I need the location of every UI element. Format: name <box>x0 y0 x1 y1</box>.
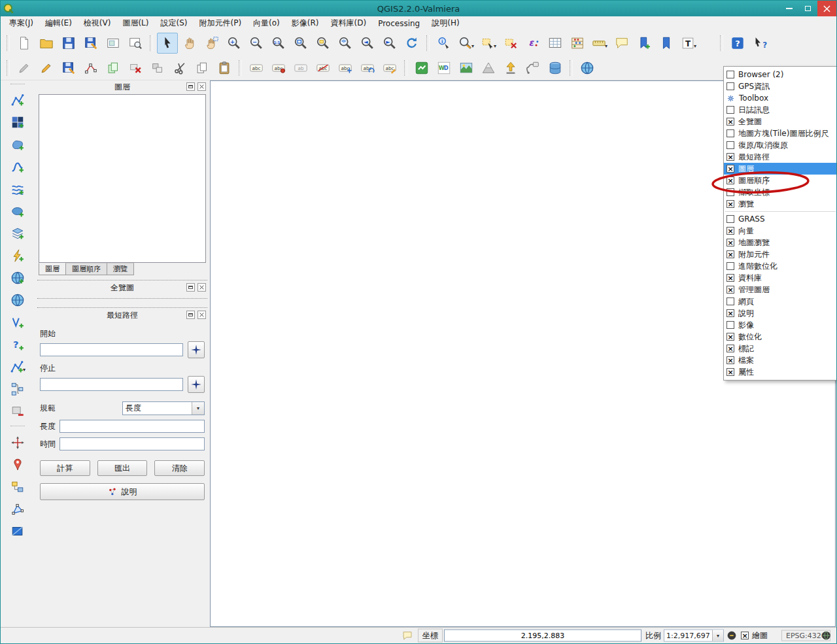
layers-panel-close-button[interactable] <box>197 82 206 91</box>
add-gps-layer-button[interactable]: ? <box>7 334 28 355</box>
refresh-map-button[interactable] <box>401 33 422 54</box>
menu-view[interactable]: 檢視(V) <box>78 16 117 30</box>
label-properties-button[interactable]: abc <box>379 58 400 78</box>
copy-style-button[interactable] <box>103 58 124 78</box>
select-by-expression-button[interactable]: ε <box>522 33 543 54</box>
zoom-to-selection-button[interactable] <box>313 33 333 54</box>
panel-menu-item-layer-order[interactable]: ×圖層順序 <box>724 175 837 186</box>
toolbar-handle[interactable] <box>10 84 25 86</box>
composer-manager-button[interactable] <box>125 33 146 54</box>
new-project-button[interactable] <box>14 33 35 54</box>
tab-layer-order[interactable]: 圖層順序 <box>65 263 107 275</box>
panel-menu-item-plugins-toolbar[interactable]: ×附加元件 <box>724 248 837 260</box>
add-web-layer-button[interactable] <box>7 290 28 311</box>
panel-menu-item-vector-toolbar[interactable]: ×向量 <box>724 225 837 237</box>
osm-plugin-button[interactable] <box>411 58 432 78</box>
zoom-last-button[interactable]: ◄ <box>357 33 378 54</box>
dock-splitter[interactable] <box>37 307 207 308</box>
maximize-button[interactable] <box>798 1 817 16</box>
gps-tools-button[interactable] <box>522 58 543 78</box>
save-project-button[interactable] <box>58 33 79 54</box>
panel-menu-item-toolbox[interactable]: Toolbox <box>724 92 837 104</box>
close-button[interactable] <box>817 1 836 16</box>
panel-menu-item-coordinate-capture[interactable]: 擷取坐標 <box>724 186 837 198</box>
terrain-plugin-button[interactable] <box>478 58 499 78</box>
menu-database[interactable]: 資料庫(D) <box>325 16 373 30</box>
panel-menu-item-database-toolbar[interactable]: ×資料庫 <box>724 272 837 284</box>
add-delimited-text-layer-button[interactable] <box>7 312 28 333</box>
panel-menu-item-tile-scale[interactable]: 地圖方塊(Tile)圖層比例尺 <box>724 127 837 139</box>
save-project-as-button[interactable] <box>80 33 101 54</box>
overview-panel-close-button[interactable] <box>197 283 206 292</box>
export-button[interactable]: 匯出 <box>97 460 148 476</box>
move-feature-button[interactable] <box>147 58 168 78</box>
render-checkbox[interactable]: × <box>741 632 749 639</box>
minimize-button[interactable] <box>779 1 798 16</box>
menu-layer[interactable]: 圖層(L) <box>116 16 154 30</box>
move-annotation-button[interactable] <box>7 432 28 453</box>
web-globe-button[interactable] <box>577 58 598 78</box>
add-oracle-layer-button[interactable] <box>7 201 28 222</box>
panel-menu-item-overview[interactable]: ×全覽圖 <box>724 116 837 127</box>
labeling-settings-button[interactable]: abc <box>268 58 289 78</box>
zoom-next-button[interactable]: ► <box>379 33 400 54</box>
criterion-select[interactable]: 長度 ▾ <box>122 401 205 415</box>
zoom-native-button[interactable]: 1:1 <box>268 33 289 54</box>
polygon-annotation-button[interactable] <box>7 499 28 520</box>
zoom-in-button[interactable]: + <box>224 33 245 54</box>
open-attribute-table-button[interactable] <box>545 33 566 54</box>
delete-selected-button[interactable] <box>125 58 146 78</box>
zoom-full-button[interactable] <box>290 33 311 54</box>
select-region-button[interactable] <box>7 521 28 542</box>
menu-plugins[interactable]: 附加元件(P) <box>193 16 247 30</box>
panel-menu-item-map-navigation-toolbar[interactable]: ×地圖瀏覽 <box>724 237 837 248</box>
deselect-features-button[interactable] <box>500 33 521 54</box>
current-edits-button[interactable] <box>14 58 35 78</box>
zoom-out-button[interactable]: − <box>246 33 267 54</box>
scale-combo[interactable]: 1:2,917,697 ▾ <box>664 630 724 642</box>
label-move-button[interactable]: abc <box>335 58 356 78</box>
text-annotation-button[interactable]: T▾ <box>678 33 699 54</box>
db-manager-button[interactable] <box>7 379 28 399</box>
shortest-path-float-button[interactable] <box>186 311 195 319</box>
save-layer-edits-button[interactable] <box>58 58 79 78</box>
measure-line-button[interactable]: ▾ <box>589 33 610 54</box>
calculate-button[interactable]: 計算 <box>40 460 90 476</box>
menu-edit[interactable]: 編輯(E) <box>39 16 78 30</box>
tab-layers[interactable]: 圖層 <box>39 263 66 275</box>
help-contents-button[interactable]: ? <box>727 33 748 54</box>
panel-menu-item-log-messages[interactable]: 日誌訊息 <box>724 104 837 116</box>
start-input[interactable] <box>40 343 183 356</box>
stop-rendering-icon[interactable] <box>726 630 737 641</box>
length-input[interactable] <box>60 420 205 433</box>
menu-processing[interactable]: Processing <box>372 18 426 29</box>
shortest-path-help-button[interactable]: 說明 <box>40 483 205 500</box>
menu-vector[interactable]: 向量(o) <box>247 16 286 30</box>
copy-features-button[interactable] <box>192 58 213 78</box>
layers-panel-float-button[interactable] <box>186 82 195 91</box>
new-bookmark-button[interactable] <box>634 33 655 54</box>
capture-start-button[interactable] <box>188 341 205 358</box>
menu-help[interactable]: 說明(H) <box>426 16 465 30</box>
whats-this-button[interactable]: ? <box>749 33 770 54</box>
capture-stop-button[interactable] <box>188 376 205 393</box>
pan-map-button[interactable] <box>179 33 200 54</box>
identify-features-button[interactable]: i <box>434 33 454 54</box>
add-wfs-layer-button[interactable] <box>7 267 28 288</box>
add-vector-layer-button[interactable] <box>7 90 28 110</box>
open-project-button[interactable] <box>36 33 57 54</box>
coordinate-input[interactable] <box>444 630 641 642</box>
toggle-editing-button[interactable] <box>36 58 57 78</box>
map-tips-button[interactable] <box>611 33 632 54</box>
select-features-button[interactable]: ▾ <box>478 33 499 54</box>
panel-menu-item-grass[interactable]: GRASS <box>724 213 837 225</box>
pan-to-selection-button[interactable] <box>201 33 222 54</box>
new-shapefile-layer-button[interactable]: ▾ <box>7 356 28 377</box>
panel-menu-item-layers[interactable]: ×圖層 <box>724 163 837 175</box>
panel-menu-item-undo-redo[interactable]: 復原/取消復原 <box>724 139 837 151</box>
paste-features-button[interactable] <box>214 58 235 78</box>
shortest-path-close-button[interactable] <box>197 311 206 319</box>
add-wcs-layer-button[interactable] <box>7 245 28 266</box>
add-mssql-layer-button[interactable] <box>7 178 28 199</box>
panel-menu-item-label-toolbar[interactable]: ×標記 <box>724 343 837 354</box>
